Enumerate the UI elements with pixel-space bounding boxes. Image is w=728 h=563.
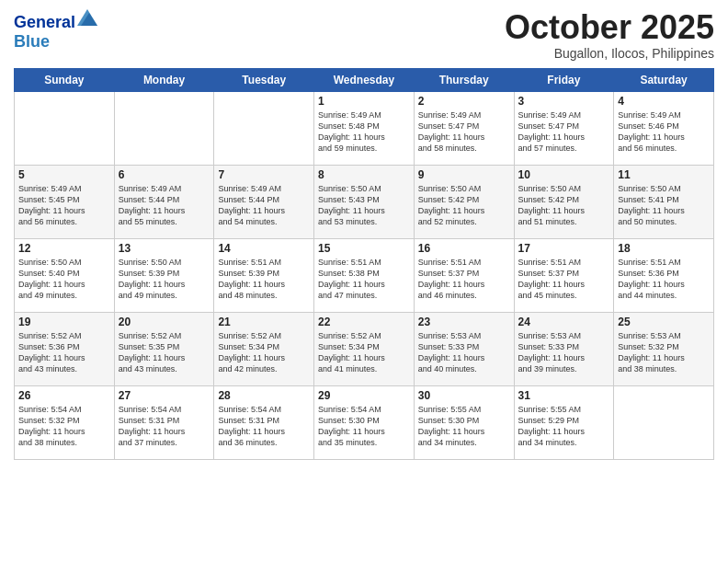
- weekday-header-thursday: Thursday: [414, 68, 514, 91]
- calendar-cell: 2Sunrise: 5:49 AM Sunset: 5:47 PM Daylig…: [414, 91, 514, 165]
- calendar-week-5: 26Sunrise: 5:54 AM Sunset: 5:32 PM Dayli…: [15, 385, 714, 459]
- cell-detail: Sunrise: 5:52 AM Sunset: 5:36 PM Dayligh…: [18, 330, 110, 375]
- calendar-cell: 14Sunrise: 5:51 AM Sunset: 5:39 PM Dayli…: [214, 238, 314, 312]
- calendar-cell: 18Sunrise: 5:51 AM Sunset: 5:36 PM Dayli…: [614, 238, 714, 312]
- calendar-cell: 7Sunrise: 5:49 AM Sunset: 5:44 PM Daylig…: [214, 165, 314, 238]
- calendar-cell: 29Sunrise: 5:54 AM Sunset: 5:30 PM Dayli…: [314, 385, 415, 459]
- calendar-cell: 1Sunrise: 5:49 AM Sunset: 5:48 PM Daylig…: [314, 91, 415, 165]
- weekday-header-monday: Monday: [114, 68, 214, 91]
- weekday-header-tuesday: Tuesday: [214, 68, 314, 91]
- cell-detail: Sunrise: 5:50 AM Sunset: 5:39 PM Dayligh…: [119, 257, 210, 302]
- cell-detail: Sunrise: 5:54 AM Sunset: 5:30 PM Dayligh…: [318, 404, 410, 449]
- weekday-header-sunday: Sunday: [15, 68, 115, 91]
- day-number: 4: [618, 95, 710, 108]
- day-number: 6: [119, 168, 210, 181]
- logo-blue: Blue: [14, 32, 97, 52]
- calendar-cell: [15, 91, 115, 165]
- cell-detail: Sunrise: 5:53 AM Sunset: 5:32 PM Dayligh…: [618, 330, 710, 375]
- calendar-cell: 5Sunrise: 5:49 AM Sunset: 5:45 PM Daylig…: [15, 165, 115, 238]
- day-number: 29: [318, 389, 410, 402]
- cell-detail: Sunrise: 5:49 AM Sunset: 5:47 PM Dayligh…: [518, 109, 610, 155]
- cell-detail: Sunrise: 5:53 AM Sunset: 5:33 PM Dayligh…: [418, 330, 510, 375]
- day-number: 30: [418, 389, 510, 402]
- calendar-cell: 10Sunrise: 5:50 AM Sunset: 5:42 PM Dayli…: [514, 165, 614, 238]
- calendar-cell: 21Sunrise: 5:52 AM Sunset: 5:34 PM Dayli…: [214, 312, 314, 385]
- calendar-cell: 28Sunrise: 5:54 AM Sunset: 5:31 PM Dayli…: [214, 385, 314, 459]
- calendar-week-3: 12Sunrise: 5:50 AM Sunset: 5:40 PM Dayli…: [15, 238, 714, 312]
- cell-detail: Sunrise: 5:49 AM Sunset: 5:46 PM Dayligh…: [618, 109, 710, 155]
- day-number: 7: [218, 168, 310, 181]
- day-number: 15: [318, 242, 410, 255]
- cell-detail: Sunrise: 5:49 AM Sunset: 5:45 PM Dayligh…: [18, 183, 110, 228]
- day-number: 16: [418, 242, 510, 255]
- page: General Blue October 2025 Bugallon, Iloc…: [0, 0, 728, 563]
- calendar-cell: 3Sunrise: 5:49 AM Sunset: 5:47 PM Daylig…: [514, 91, 614, 165]
- cell-detail: Sunrise: 5:50 AM Sunset: 5:40 PM Dayligh…: [18, 257, 110, 302]
- cell-detail: Sunrise: 5:52 AM Sunset: 5:34 PM Dayligh…: [218, 330, 310, 375]
- day-number: 3: [518, 95, 610, 108]
- day-number: 10: [518, 168, 610, 181]
- calendar-cell: 23Sunrise: 5:53 AM Sunset: 5:33 PM Dayli…: [414, 312, 514, 385]
- logo-general: General: [14, 13, 75, 32]
- cell-detail: Sunrise: 5:52 AM Sunset: 5:34 PM Dayligh…: [318, 330, 410, 375]
- calendar-cell: 30Sunrise: 5:55 AM Sunset: 5:30 PM Dayli…: [414, 385, 514, 459]
- calendar-cell: 27Sunrise: 5:54 AM Sunset: 5:31 PM Dayli…: [114, 385, 214, 459]
- calendar-cell: 12Sunrise: 5:50 AM Sunset: 5:40 PM Dayli…: [15, 238, 115, 312]
- cell-detail: Sunrise: 5:51 AM Sunset: 5:36 PM Dayligh…: [618, 257, 710, 302]
- logo: General Blue: [14, 13, 97, 51]
- calendar-week-1: 1Sunrise: 5:49 AM Sunset: 5:48 PM Daylig…: [15, 91, 714, 165]
- day-number: 28: [218, 389, 310, 402]
- day-number: 26: [18, 389, 110, 402]
- day-number: 22: [318, 316, 410, 328]
- weekday-header-friday: Friday: [514, 68, 614, 91]
- calendar-cell: [114, 91, 214, 165]
- weekday-header-saturday: Saturday: [614, 68, 714, 91]
- day-number: 27: [119, 389, 210, 402]
- day-number: 1: [318, 95, 410, 108]
- logo-icon: [77, 9, 97, 26]
- day-number: 17: [518, 242, 610, 255]
- day-number: 18: [618, 242, 710, 255]
- cell-detail: Sunrise: 5:52 AM Sunset: 5:35 PM Dayligh…: [119, 330, 210, 375]
- weekday-header-wednesday: Wednesday: [314, 68, 415, 91]
- calendar-cell: 4Sunrise: 5:49 AM Sunset: 5:46 PM Daylig…: [614, 91, 714, 165]
- cell-detail: Sunrise: 5:49 AM Sunset: 5:44 PM Dayligh…: [218, 183, 310, 228]
- day-number: 25: [618, 316, 710, 328]
- cell-detail: Sunrise: 5:55 AM Sunset: 5:29 PM Dayligh…: [518, 404, 610, 449]
- cell-detail: Sunrise: 5:53 AM Sunset: 5:33 PM Dayligh…: [518, 330, 610, 375]
- day-number: 21: [218, 316, 310, 328]
- day-number: 14: [218, 242, 310, 255]
- calendar-cell: 16Sunrise: 5:51 AM Sunset: 5:37 PM Dayli…: [414, 238, 514, 312]
- calendar-cell: [214, 91, 314, 165]
- calendar-week-2: 5Sunrise: 5:49 AM Sunset: 5:45 PM Daylig…: [15, 165, 714, 238]
- cell-detail: Sunrise: 5:54 AM Sunset: 5:31 PM Dayligh…: [218, 404, 310, 449]
- calendar-cell: [614, 385, 714, 459]
- calendar-cell: 15Sunrise: 5:51 AM Sunset: 5:38 PM Dayli…: [314, 238, 415, 312]
- calendar-cell: 20Sunrise: 5:52 AM Sunset: 5:35 PM Dayli…: [114, 312, 214, 385]
- day-number: 13: [119, 242, 210, 255]
- month-title: October 2025: [505, 9, 714, 46]
- day-number: 5: [18, 168, 110, 181]
- day-number: 9: [418, 168, 510, 181]
- calendar-cell: 19Sunrise: 5:52 AM Sunset: 5:36 PM Dayli…: [15, 312, 115, 385]
- day-number: 20: [119, 316, 210, 328]
- cell-detail: Sunrise: 5:51 AM Sunset: 5:37 PM Dayligh…: [518, 257, 610, 302]
- cell-detail: Sunrise: 5:50 AM Sunset: 5:42 PM Dayligh…: [518, 183, 610, 228]
- calendar-cell: 31Sunrise: 5:55 AM Sunset: 5:29 PM Dayli…: [514, 385, 614, 459]
- calendar-header-row: SundayMondayTuesdayWednesdayThursdayFrid…: [15, 68, 714, 91]
- day-number: 2: [418, 95, 510, 108]
- day-number: 19: [18, 316, 110, 328]
- day-number: 12: [18, 242, 110, 255]
- title-block: October 2025 Bugallon, Ilocos, Philippin…: [505, 9, 714, 61]
- cell-detail: Sunrise: 5:54 AM Sunset: 5:31 PM Dayligh…: [119, 404, 210, 449]
- location-subtitle: Bugallon, Ilocos, Philippines: [505, 46, 714, 61]
- calendar-cell: 24Sunrise: 5:53 AM Sunset: 5:33 PM Dayli…: [514, 312, 614, 385]
- day-number: 8: [318, 168, 410, 181]
- day-number: 24: [518, 316, 610, 328]
- calendar-table: SundayMondayTuesdayWednesdayThursdayFrid…: [14, 68, 714, 460]
- calendar-cell: 17Sunrise: 5:51 AM Sunset: 5:37 PM Dayli…: [514, 238, 614, 312]
- cell-detail: Sunrise: 5:50 AM Sunset: 5:41 PM Dayligh…: [618, 183, 710, 228]
- header: General Blue October 2025 Bugallon, Iloc…: [14, 9, 714, 61]
- calendar-cell: 13Sunrise: 5:50 AM Sunset: 5:39 PM Dayli…: [114, 238, 214, 312]
- calendar-cell: 6Sunrise: 5:49 AM Sunset: 5:44 PM Daylig…: [114, 165, 214, 238]
